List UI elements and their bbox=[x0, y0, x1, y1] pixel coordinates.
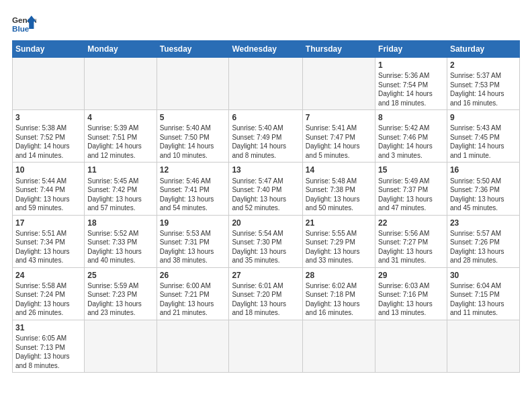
day-number: 13 bbox=[232, 165, 299, 175]
day-info: Sunrise: 5:57 AM Sunset: 7:26 PM Dayligh… bbox=[450, 229, 517, 265]
calendar-cell bbox=[375, 320, 447, 372]
day-number: 6 bbox=[232, 112, 299, 123]
day-info: Sunrise: 5:40 AM Sunset: 7:49 PM Dayligh… bbox=[232, 124, 299, 160]
weekday-header-wednesday: Wednesday bbox=[229, 41, 302, 58]
calendar-cell: 9Sunrise: 5:43 AM Sunset: 7:45 PM Daylig… bbox=[447, 110, 519, 163]
weekday-header-friday: Friday bbox=[375, 41, 447, 58]
day-info: Sunrise: 5:39 AM Sunset: 7:51 PM Dayligh… bbox=[87, 124, 153, 160]
calendar-week-4: 24Sunrise: 5:58 AM Sunset: 7:24 PM Dayli… bbox=[13, 267, 520, 320]
day-info: Sunrise: 5:58 AM Sunset: 7:24 PM Dayligh… bbox=[15, 281, 81, 318]
calendar-cell bbox=[229, 58, 302, 110]
day-number: 5 bbox=[160, 112, 226, 123]
calendar-cell bbox=[157, 320, 229, 372]
day-number: 3 bbox=[15, 112, 81, 123]
calendar-cell: 18Sunrise: 5:52 AM Sunset: 7:33 PM Dayli… bbox=[85, 215, 157, 267]
day-number: 12 bbox=[160, 165, 226, 175]
calendar-table: SundayMondayTuesdayWednesdayThursdayFrid… bbox=[12, 40, 520, 373]
calendar-cell: 27Sunrise: 6:01 AM Sunset: 7:20 PM Dayli… bbox=[229, 267, 302, 320]
day-info: Sunrise: 5:42 AM Sunset: 7:46 PM Dayligh… bbox=[378, 124, 444, 160]
calendar-cell: 6Sunrise: 5:40 AM Sunset: 7:49 PM Daylig… bbox=[229, 110, 302, 163]
day-number: 20 bbox=[232, 218, 299, 228]
generalblue-logo-icon: General Blue bbox=[12, 11, 36, 35]
day-info: Sunrise: 5:50 AM Sunset: 7:36 PM Dayligh… bbox=[450, 177, 517, 213]
day-info: Sunrise: 5:43 AM Sunset: 7:45 PM Dayligh… bbox=[450, 124, 517, 160]
weekday-header-saturday: Saturday bbox=[447, 41, 519, 58]
weekday-header-thursday: Thursday bbox=[302, 41, 375, 58]
calendar-cell: 21Sunrise: 5:55 AM Sunset: 7:29 PM Dayli… bbox=[302, 215, 375, 267]
calendar-cell: 17Sunrise: 5:51 AM Sunset: 7:34 PM Dayli… bbox=[13, 215, 85, 267]
day-number: 24 bbox=[15, 270, 81, 281]
calendar-cell: 20Sunrise: 5:54 AM Sunset: 7:30 PM Dayli… bbox=[229, 215, 302, 267]
day-info: Sunrise: 5:37 AM Sunset: 7:53 PM Dayligh… bbox=[450, 71, 517, 107]
calendar-week-2: 10Sunrise: 5:44 AM Sunset: 7:44 PM Dayli… bbox=[13, 163, 520, 215]
day-info: Sunrise: 5:46 AM Sunset: 7:41 PM Dayligh… bbox=[160, 177, 226, 213]
calendar-week-1: 3Sunrise: 5:38 AM Sunset: 7:52 PM Daylig… bbox=[13, 110, 520, 163]
day-info: Sunrise: 5:47 AM Sunset: 7:40 PM Dayligh… bbox=[232, 177, 299, 213]
calendar-cell: 5Sunrise: 5:40 AM Sunset: 7:50 PM Daylig… bbox=[157, 110, 229, 163]
day-info: Sunrise: 5:59 AM Sunset: 7:23 PM Dayligh… bbox=[87, 281, 153, 318]
calendar-week-5: 31Sunrise: 6:05 AM Sunset: 7:13 PM Dayli… bbox=[13, 320, 520, 372]
calendar-cell bbox=[85, 320, 157, 372]
day-number: 9 bbox=[450, 112, 517, 123]
day-number: 31 bbox=[15, 322, 81, 333]
calendar-cell bbox=[157, 58, 229, 110]
day-info: Sunrise: 5:36 AM Sunset: 7:54 PM Dayligh… bbox=[378, 71, 444, 107]
page: General Blue SundayMondayTuesdayWednesda… bbox=[0, 0, 532, 379]
day-info: Sunrise: 6:04 AM Sunset: 7:15 PM Dayligh… bbox=[450, 281, 517, 318]
day-number: 27 bbox=[232, 270, 299, 281]
day-number: 29 bbox=[378, 270, 444, 281]
calendar-cell: 2Sunrise: 5:37 AM Sunset: 7:53 PM Daylig… bbox=[447, 58, 519, 110]
day-number: 26 bbox=[160, 270, 226, 281]
day-number: 14 bbox=[306, 165, 372, 175]
weekday-header-tuesday: Tuesday bbox=[157, 41, 229, 58]
calendar-cell bbox=[302, 320, 375, 372]
calendar-cell: 14Sunrise: 5:48 AM Sunset: 7:38 PM Dayli… bbox=[302, 163, 375, 215]
calendar-cell: 25Sunrise: 5:59 AM Sunset: 7:23 PM Dayli… bbox=[85, 267, 157, 320]
weekday-header-row: SundayMondayTuesdayWednesdayThursdayFrid… bbox=[13, 41, 520, 58]
calendar-cell bbox=[229, 320, 302, 372]
day-info: Sunrise: 5:51 AM Sunset: 7:34 PM Dayligh… bbox=[15, 229, 81, 265]
day-info: Sunrise: 5:52 AM Sunset: 7:33 PM Dayligh… bbox=[87, 229, 153, 265]
day-info: Sunrise: 6:01 AM Sunset: 7:20 PM Dayligh… bbox=[232, 281, 299, 318]
day-info: Sunrise: 5:48 AM Sunset: 7:38 PM Dayligh… bbox=[306, 177, 372, 213]
day-number: 28 bbox=[306, 270, 372, 281]
calendar-cell: 29Sunrise: 6:03 AM Sunset: 7:16 PM Dayli… bbox=[375, 267, 447, 320]
day-info: Sunrise: 5:56 AM Sunset: 7:27 PM Dayligh… bbox=[378, 229, 444, 265]
day-number: 18 bbox=[87, 218, 153, 228]
calendar-cell bbox=[13, 58, 85, 110]
calendar-cell: 12Sunrise: 5:46 AM Sunset: 7:41 PM Dayli… bbox=[157, 163, 229, 215]
calendar-cell: 4Sunrise: 5:39 AM Sunset: 7:51 PM Daylig… bbox=[85, 110, 157, 163]
calendar-cell: 7Sunrise: 5:41 AM Sunset: 7:47 PM Daylig… bbox=[302, 110, 375, 163]
day-number: 22 bbox=[378, 218, 444, 228]
calendar-cell: 16Sunrise: 5:50 AM Sunset: 7:36 PM Dayli… bbox=[447, 163, 519, 215]
day-info: Sunrise: 5:49 AM Sunset: 7:37 PM Dayligh… bbox=[378, 177, 444, 213]
day-number: 2 bbox=[450, 60, 517, 71]
logo-area: General Blue bbox=[12, 11, 36, 35]
day-number: 17 bbox=[15, 218, 81, 228]
day-number: 19 bbox=[160, 218, 226, 228]
calendar-cell bbox=[302, 58, 375, 110]
calendar-cell: 31Sunrise: 6:05 AM Sunset: 7:13 PM Dayli… bbox=[13, 320, 85, 372]
calendar-cell: 8Sunrise: 5:42 AM Sunset: 7:46 PM Daylig… bbox=[375, 110, 447, 163]
calendar-week-0: 1Sunrise: 5:36 AM Sunset: 7:54 PM Daylig… bbox=[13, 58, 520, 110]
day-number: 1 bbox=[378, 60, 444, 71]
calendar-cell: 13Sunrise: 5:47 AM Sunset: 7:40 PM Dayli… bbox=[229, 163, 302, 215]
header-area: General Blue bbox=[12, 11, 520, 35]
day-number: 15 bbox=[378, 165, 444, 175]
day-number: 4 bbox=[87, 112, 153, 123]
day-number: 16 bbox=[450, 165, 517, 175]
day-info: Sunrise: 5:45 AM Sunset: 7:42 PM Dayligh… bbox=[87, 177, 153, 213]
svg-text:Blue: Blue bbox=[12, 24, 30, 33]
day-number: 25 bbox=[87, 270, 153, 281]
day-info: Sunrise: 5:55 AM Sunset: 7:29 PM Dayligh… bbox=[306, 229, 372, 265]
day-number: 8 bbox=[378, 112, 444, 123]
day-info: Sunrise: 5:40 AM Sunset: 7:50 PM Dayligh… bbox=[160, 124, 226, 160]
calendar-cell: 3Sunrise: 5:38 AM Sunset: 7:52 PM Daylig… bbox=[13, 110, 85, 163]
day-number: 21 bbox=[306, 218, 372, 228]
day-info: Sunrise: 5:38 AM Sunset: 7:52 PM Dayligh… bbox=[15, 124, 81, 160]
calendar-cell bbox=[447, 320, 519, 372]
weekday-header-sunday: Sunday bbox=[13, 41, 85, 58]
day-number: 7 bbox=[306, 112, 372, 123]
day-info: Sunrise: 6:03 AM Sunset: 7:16 PM Dayligh… bbox=[378, 281, 444, 318]
calendar-cell: 23Sunrise: 5:57 AM Sunset: 7:26 PM Dayli… bbox=[447, 215, 519, 267]
